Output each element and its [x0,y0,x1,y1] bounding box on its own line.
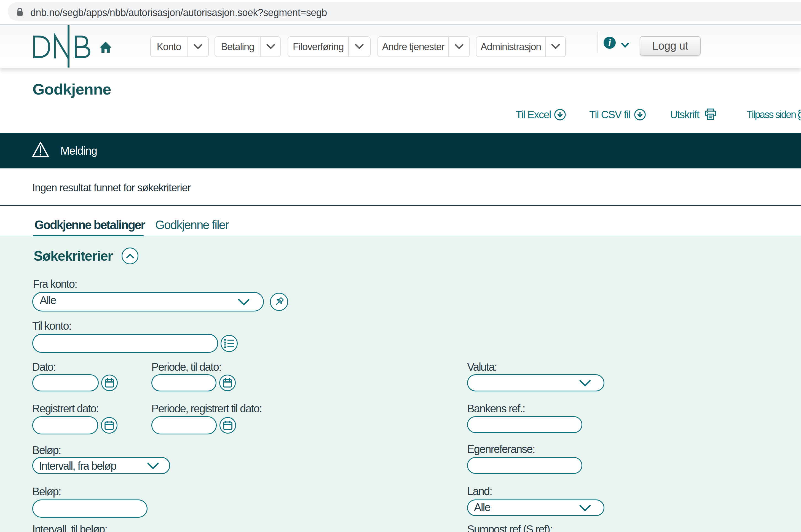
svg-text:i: i [608,37,611,49]
